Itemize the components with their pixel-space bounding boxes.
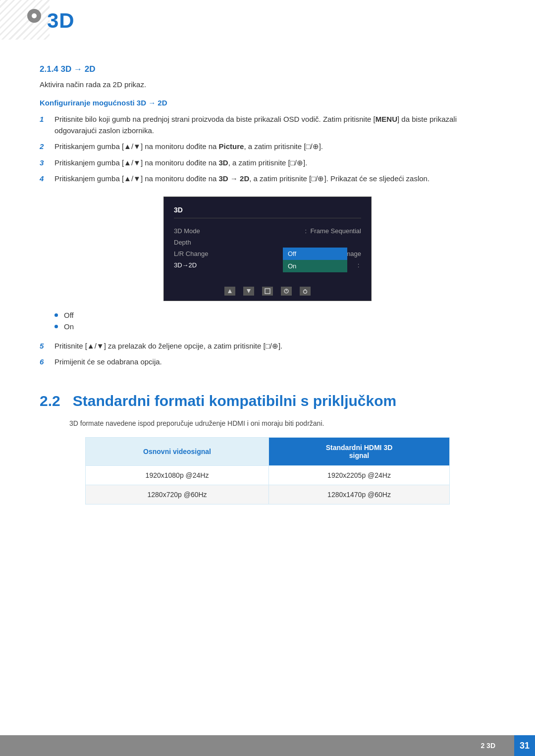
- step-5-text: Pritisnite [▲/▼] za prelazak do željene …: [54, 341, 495, 352]
- section-22: 2.2 Standardni formati kompatibilni s pr…: [40, 393, 495, 504]
- table-row: 1920x1080p @24Hz 1920x2205p @24Hz: [86, 465, 450, 485]
- table-cell-1-2: 1920x2205p @24Hz: [269, 465, 450, 485]
- step-3-text: Pritiskanjem gumba [▲/▼] na monitoru dođ…: [54, 157, 495, 169]
- osd-label-3dmode: 3D Mode: [174, 227, 200, 235]
- step-2-num: 2: [40, 141, 51, 152]
- svg-rect-2: [265, 289, 270, 294]
- section-214: 2.1.4 3D → 2D Aktivira način rada za 2D …: [40, 64, 495, 368]
- step-1-num: 1: [40, 114, 51, 125]
- section-22-num: 2.2: [40, 393, 60, 409]
- step-1-text: Pritisnite bilo koji gumb na prednjoj st…: [54, 114, 495, 136]
- osd-label-depth: Depth: [174, 239, 191, 246]
- svg-marker-0: [228, 289, 232, 293]
- step-5-num: 5: [40, 341, 51, 352]
- step-6-num: 6: [40, 356, 51, 368]
- table-cell-1-1: 1920x1080p @24Hz: [86, 465, 269, 485]
- page-title: 3D: [47, 9, 75, 33]
- footer-section: 2 3D: [481, 742, 495, 750]
- osd-label-3dto2d: 3D→2D: [174, 261, 197, 269]
- table-header-col1: Osnovni videosignal: [86, 437, 269, 465]
- osd-dropdown-item-on: On: [283, 260, 347, 272]
- step-2: 2 Pritiskanjem gumba [▲/▼] na monitoru d…: [40, 141, 495, 152]
- osd-item-depth: Depth: [174, 237, 361, 248]
- step-3: 3 Pritiskanjem gumba [▲/▼] na monitoru d…: [40, 157, 495, 169]
- osd-label-lrchange: L/R Change: [174, 250, 208, 257]
- osd-bottom-bar: [164, 287, 371, 296]
- table-cell-2-1: 1280x720p @60Hz: [86, 485, 269, 504]
- bullet-off: Off: [54, 311, 495, 319]
- svg-marker-1: [247, 289, 251, 293]
- section-214-intro: Aktivira način rada za 2D prikaz.: [40, 80, 495, 89]
- osd-screen: 3D 3D Mode : Frame Sequential Depth L/R …: [163, 197, 372, 301]
- step-5: 5 Pritisnite [▲/▼] za prelazak do željen…: [40, 341, 495, 352]
- bullet-on: On: [54, 322, 495, 331]
- osd-btn-4: [281, 287, 292, 296]
- osd-btn-3: [262, 287, 273, 296]
- table-row: 1280x720p @60Hz 1280x1470p @60Hz: [86, 485, 450, 504]
- bullet-dot-on: [54, 325, 58, 328]
- osd-btn-2: [243, 287, 254, 296]
- bullet-label-off: Off: [64, 311, 74, 319]
- section-22-intro: 3D formate navedene ispod preporučuje ud…: [69, 419, 495, 427]
- step-4: 4 Pritiskanjem gumba [▲/▼] na monitoru d…: [40, 173, 495, 185]
- step-4-text: Pritiskanjem gumba [▲/▼] na monitoru dođ…: [54, 173, 495, 185]
- osd-btn-1: [224, 287, 235, 296]
- header-icon: [27, 9, 41, 23]
- osd-value-3dmode: : Frame Sequential: [305, 227, 361, 235]
- section-22-heading: 2.2 Standardni formati kompatibilni s pr…: [40, 393, 495, 409]
- bullet-label-on: On: [64, 322, 74, 331]
- osd-title: 3D: [174, 206, 361, 218]
- osd-dropdown-item-off: Off: [283, 248, 347, 260]
- osd-dropdown: Off On: [283, 248, 347, 272]
- osd-btn-power: [300, 287, 311, 296]
- compat-table: Osnovni videosignal Standardni HDMI 3Dsi…: [85, 437, 450, 504]
- section-214-config-heading: Konfiguriranje mogućnosti 3D → 2D: [40, 99, 495, 107]
- osd-item-3dmode: 3D Mode : Frame Sequential: [174, 225, 361, 237]
- step-1: 1 Pritisnite bilo koji gumb na prednjoj …: [40, 114, 495, 136]
- header-stripe: [0, 0, 50, 40]
- table-header-col2: Standardni HDMI 3Dsignal: [269, 437, 450, 465]
- step-6: 6 Primijenit će se odabrana opcija.: [40, 356, 495, 368]
- steps-list-1-4: 1 Pritisnite bilo koji gumb na prednjoj …: [40, 114, 495, 185]
- step-6-text: Primijenit će se odabrana opcija.: [54, 356, 495, 368]
- osd-container: 3D 3D Mode : Frame Sequential Depth L/R …: [40, 197, 495, 301]
- bullet-dot-off: [54, 313, 58, 317]
- steps-list-5-6: 5 Pritisnite [▲/▼] za prelazak do željen…: [40, 341, 495, 368]
- footer-bar: 2 3D 31: [0, 735, 535, 756]
- footer-page: 31: [514, 735, 535, 756]
- bullet-list: Off On: [54, 311, 495, 331]
- step-4-num: 4: [40, 173, 51, 185]
- table-cell-2-2: 1280x1470p @60Hz: [269, 485, 450, 504]
- osd-value-3dto2d: :: [358, 261, 361, 269]
- section-214-heading: 2.1.4 3D → 2D: [40, 64, 495, 74]
- step-3-num: 3: [40, 157, 51, 169]
- section-22-text: Standardni formati kompatibilni s priklj…: [73, 393, 396, 409]
- step-2-text: Pritiskanjem gumba [▲/▼] na monitoru dođ…: [54, 141, 495, 152]
